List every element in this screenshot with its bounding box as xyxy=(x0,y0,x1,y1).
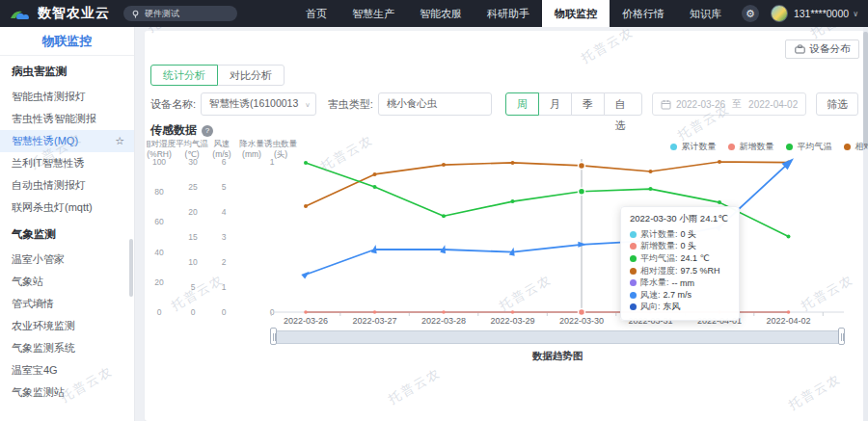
legend-item[interactable]: 新增数量 xyxy=(728,141,773,153)
svg-text:降水量: 降水量 xyxy=(239,139,264,148)
sidebar-menu: 病虫害监测智能虫情测报灯害虫性诱智能测报智慧性诱(MQ)☆兰利IT智慧性诱自动虫… xyxy=(0,56,134,404)
legend-label: 相对湿度 xyxy=(854,141,868,153)
tooltip-row: 新增数量:0 头 xyxy=(630,241,730,253)
chart-tooltip: 2022-03-30 小雨 24.1℃ 累计数量:0 头新增数量:0 头平均气温… xyxy=(620,206,740,321)
nav-item[interactable]: 智能农服 xyxy=(407,0,475,27)
sidebar-item[interactable]: 自动虫情测报灯 xyxy=(0,174,134,197)
slider-right-handle[interactable] xyxy=(838,328,845,345)
device-select[interactable]: 智慧性诱(16100013 ∨ xyxy=(201,92,316,116)
nav-item[interactable]: 知识库 xyxy=(677,0,734,27)
period-button[interactable]: 月 xyxy=(538,92,572,116)
sidebar-scrollbar[interactable] xyxy=(129,239,133,297)
sidebar-section-header: 病虫害监测 xyxy=(0,56,134,86)
date-start: 2022-03-26 xyxy=(676,99,725,110)
chevron-down-icon[interactable]: ∨ xyxy=(853,10,858,18)
sidebar-item[interactable]: 智能虫情测报灯 xyxy=(0,86,134,108)
sidebar-item[interactable]: 联网杀虫灯(mqtt) xyxy=(0,197,134,219)
star-icon[interactable]: ☆ xyxy=(115,130,124,152)
sidebar-item[interactable]: 气象监测站 xyxy=(0,382,134,404)
tooltip-row: 累计数量:0 头 xyxy=(630,228,730,241)
svg-text:5: 5 xyxy=(191,282,196,292)
svg-text:1: 1 xyxy=(270,157,275,167)
svg-text:3: 3 xyxy=(222,232,227,242)
period-button[interactable]: 自选 xyxy=(604,92,642,116)
nav-item[interactable]: 科研助手 xyxy=(475,0,542,27)
device-name-label: 设备名称: xyxy=(150,97,196,112)
tooltip-row: 降水量:-- mm xyxy=(630,276,730,289)
svg-text:0: 0 xyxy=(157,307,162,317)
sidebar-item[interactable]: 管式墒情 xyxy=(0,293,134,315)
page-scrollbar[interactable] xyxy=(863,27,868,421)
svg-text:(mm): (mm) xyxy=(242,149,261,159)
sidebar-item-label: 农业环境监测 xyxy=(12,315,75,337)
app-logo: 数智农业云 xyxy=(10,5,110,22)
sidebar-item[interactable]: 温室小管家 xyxy=(0,249,134,271)
trend-chart-svg[interactable]: 相对湿度(%RH)100806040200平均气温(℃)302520151050… xyxy=(147,139,854,328)
sidebar-item[interactable]: 农业环境监测 xyxy=(0,315,134,337)
slider-track[interactable] xyxy=(273,330,842,344)
sidebar-item[interactable]: 智慧性诱(MQ)☆ xyxy=(0,130,134,152)
tooltip-title: 2022-03-30 小雨 24.1℃ xyxy=(630,213,730,225)
main-area: 设备分布数据分析图像列表 统计分析 对比分析 设备名称: 智慧性诱(161000… xyxy=(135,27,868,421)
svg-text:100: 100 xyxy=(152,157,166,167)
sidebar-item-label: 兰利IT智慧性诱 xyxy=(12,152,85,174)
analysis-tabs: 统计分析 对比分析 xyxy=(145,59,868,86)
svg-text:6: 6 xyxy=(222,157,227,167)
pest-type-input[interactable] xyxy=(378,92,492,116)
top-nav: 首页智慧生产智能农服科研助手物联监控价格行情知识库 xyxy=(293,0,734,27)
nav-item[interactable]: 首页 xyxy=(293,0,339,27)
svg-text:2022-03-27: 2022-03-27 xyxy=(352,316,396,326)
svg-text:2022-03-29: 2022-03-29 xyxy=(490,316,534,326)
data-zoom-slider[interactable] xyxy=(273,329,842,345)
slider-left-handle[interactable] xyxy=(270,328,277,345)
legend-label: 平均气温 xyxy=(797,141,831,153)
svg-text:4: 4 xyxy=(222,207,227,217)
nav-item[interactable]: 智慧生产 xyxy=(339,0,407,27)
legend-item[interactable]: 平均气温 xyxy=(786,141,831,153)
svg-text:2022-03-30: 2022-03-30 xyxy=(559,316,604,326)
svg-text:5: 5 xyxy=(222,182,227,192)
nav-item[interactable]: 价格行情 xyxy=(610,0,677,27)
view-button-inactive[interactable]: 设备分布 xyxy=(785,39,859,59)
svg-text:80: 80 xyxy=(154,187,164,197)
period-button[interactable]: 周 xyxy=(505,92,539,116)
sidebar-item[interactable]: 温室宝4G xyxy=(0,359,134,382)
pest-type-label: 害虫类型: xyxy=(328,97,373,112)
legend-dot xyxy=(844,144,851,150)
sensor-trend-chart: 累计数量新增数量平均气温相对湿度降水量风速 相对湿度(%RH)100806040… xyxy=(145,139,868,328)
svg-text:2: 2 xyxy=(222,257,227,267)
sidebar-item-label: 智慧性诱(MQ) xyxy=(12,130,78,152)
sidebar-item[interactable]: 气象站 xyxy=(0,271,134,293)
svg-text:15: 15 xyxy=(188,232,198,242)
sidebar-item[interactable]: 害虫性诱智能测报 xyxy=(0,108,134,130)
sidebar-item[interactable]: 气象监测系统 xyxy=(0,337,134,359)
svg-text:2022-04-02: 2022-04-02 xyxy=(766,316,810,326)
date-range-picker[interactable]: 2022-03-26 至 2022-04-02 xyxy=(652,92,806,116)
period-button[interactable]: 季 xyxy=(571,92,605,116)
filter-button[interactable]: 筛选 xyxy=(816,92,858,116)
legend-item[interactable]: 累计数量 xyxy=(670,141,716,153)
sidebar-item[interactable]: 兰利IT智慧性诱 xyxy=(0,152,134,174)
tab-statistical-analysis[interactable]: 统计分析 xyxy=(150,65,218,86)
legend-item[interactable]: 相对湿度 xyxy=(844,141,868,153)
gear-icon[interactable]: ⚙ xyxy=(742,5,759,22)
nav-item[interactable]: 物联监控 xyxy=(542,0,610,27)
tab-comparative-analysis[interactable]: 对比分析 xyxy=(217,65,285,86)
location-pin-icon xyxy=(131,10,140,18)
view-switch-row: 设备分布数据分析图像列表 xyxy=(145,31,868,59)
user-phone[interactable]: 131****0000 xyxy=(794,8,849,19)
avatar[interactable] xyxy=(771,5,788,22)
page-scrollbar-thumb[interactable] xyxy=(863,32,868,147)
tooltip-rows: 累计数量:0 头新增数量:0 头平均气温:24.1 ℃相对湿度:97.5 %RH… xyxy=(630,228,730,313)
device-select-value: 智慧性诱(16100013 xyxy=(209,97,305,111)
app-title: 数智农业云 xyxy=(38,5,110,22)
page-layout: 物联监控 病虫害监测智能虫情测报灯害虫性诱智能测报智慧性诱(MQ)☆兰利IT智慧… xyxy=(0,27,868,421)
chart-canvas[interactable]: 相对湿度(%RH)100806040200平均气温(℃)302520151050… xyxy=(147,139,868,331)
search-input[interactable]: 硬件测试 xyxy=(123,6,237,21)
svg-text:60: 60 xyxy=(154,217,164,226)
tooltip-row: 相对湿度:97.5 %RH xyxy=(630,265,730,277)
help-icon[interactable]: ? xyxy=(202,125,213,137)
svg-text:2022-03-26: 2022-03-26 xyxy=(284,316,328,326)
legend-label: 累计数量 xyxy=(681,141,716,153)
svg-text:1: 1 xyxy=(222,282,227,292)
